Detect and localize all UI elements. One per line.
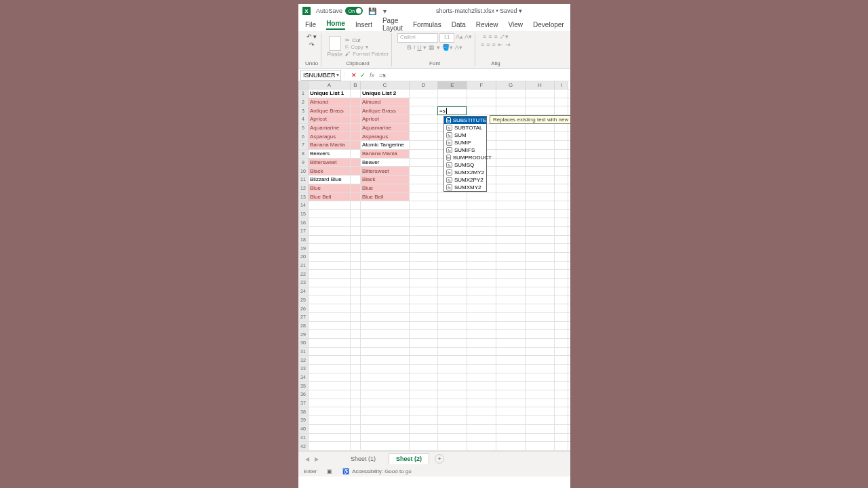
orientation-icon[interactable]: ⤢▾: [500, 33, 509, 40]
undo-icon[interactable]: ↶ ▾: [307, 33, 317, 40]
cell[interactable]: [361, 382, 410, 390]
cell[interactable]: [361, 304, 410, 312]
cell[interactable]: [496, 322, 526, 330]
cell[interactable]: [496, 382, 526, 390]
cell[interactable]: [438, 279, 467, 287]
cell[interactable]: [351, 210, 361, 218]
cell[interactable]: [467, 382, 496, 390]
cell[interactable]: [555, 287, 568, 296]
cell[interactable]: [361, 356, 410, 364]
cell[interactable]: [526, 348, 555, 356]
cell[interactable]: [555, 442, 568, 450]
cell[interactable]: [351, 287, 361, 296]
row-header[interactable]: 23: [298, 279, 309, 287]
row-header[interactable]: 8: [298, 150, 309, 158]
cell[interactable]: [555, 192, 568, 201]
autocomplete-item[interactable]: fxSUMX2MY2: [444, 169, 486, 176]
align-right-icon[interactable]: ≡: [492, 41, 496, 48]
cell[interactable]: [309, 201, 351, 209]
font-name-dropdown[interactable]: Calibri: [397, 33, 438, 43]
autocomplete-item[interactable]: fxSUMXMY2: [444, 184, 486, 191]
cell[interactable]: Banana Mania: [309, 141, 351, 149]
cell[interactable]: [467, 270, 496, 278]
row-header[interactable]: 15: [298, 210, 309, 218]
row-header[interactable]: 17: [298, 227, 309, 235]
cell[interactable]: [410, 425, 438, 433]
cell[interactable]: [438, 434, 467, 442]
cell[interactable]: [351, 236, 361, 244]
indent-dec-icon[interactable]: ⇤: [498, 41, 503, 48]
cell[interactable]: Apricot: [309, 115, 351, 123]
cell[interactable]: [555, 416, 568, 424]
cell[interactable]: [555, 150, 568, 158]
row-header[interactable]: 34: [298, 373, 309, 382]
cell[interactable]: [555, 407, 568, 415]
fill-color-button[interactable]: 🪣▾: [442, 44, 453, 51]
cell[interactable]: [496, 159, 526, 167]
row-header[interactable]: 3: [298, 106, 309, 115]
cell[interactable]: [351, 184, 361, 192]
row-header[interactable]: 35: [298, 382, 309, 390]
cell[interactable]: [438, 218, 467, 226]
cell[interactable]: [351, 253, 361, 261]
cell[interactable]: [361, 279, 410, 287]
cell[interactable]: [467, 322, 496, 330]
cell[interactable]: [467, 218, 496, 226]
cell[interactable]: [361, 416, 410, 424]
cell[interactable]: Blue: [361, 184, 410, 192]
cell[interactable]: [361, 390, 410, 399]
shrink-font-icon[interactable]: A▾: [465, 33, 472, 43]
cell[interactable]: [410, 304, 438, 312]
format-painter-button[interactable]: 🖌Format Painter: [345, 51, 389, 57]
cell[interactable]: [309, 407, 351, 415]
cell[interactable]: [438, 192, 467, 201]
cell[interactable]: [309, 270, 351, 278]
cell[interactable]: [526, 330, 555, 338]
next-sheet-icon[interactable]: ▶: [315, 456, 319, 462]
cell[interactable]: [526, 442, 555, 450]
cell[interactable]: [555, 262, 568, 270]
cell[interactable]: [361, 244, 410, 252]
cell[interactable]: [526, 373, 555, 382]
cell[interactable]: [467, 296, 496, 304]
cell[interactable]: [438, 382, 467, 390]
cell[interactable]: [351, 176, 361, 184]
tab-insert[interactable]: Insert: [355, 21, 372, 28]
cell[interactable]: [555, 218, 568, 226]
cell[interactable]: [496, 184, 526, 192]
cell[interactable]: [410, 124, 438, 132]
cell[interactable]: [467, 425, 496, 433]
cell[interactable]: [467, 287, 496, 296]
cell[interactable]: [526, 270, 555, 278]
cell[interactable]: [526, 399, 555, 407]
cell[interactable]: [361, 373, 410, 382]
cell[interactable]: [496, 227, 526, 235]
cell[interactable]: [361, 425, 410, 433]
cell[interactable]: [438, 236, 467, 244]
more-icon[interactable]: ▾: [383, 7, 387, 15]
cell[interactable]: [351, 407, 361, 415]
tab-developer[interactable]: Developer: [533, 21, 564, 28]
enter-formula-icon[interactable]: ✓: [360, 72, 366, 79]
cell[interactable]: [410, 330, 438, 338]
cell[interactable]: [361, 313, 410, 321]
cell[interactable]: Almond: [309, 98, 351, 106]
cell[interactable]: [410, 244, 438, 252]
cell[interactable]: [309, 390, 351, 399]
cell[interactable]: [351, 348, 361, 356]
cell[interactable]: [526, 150, 555, 158]
cell[interactable]: Aquamarine: [361, 124, 410, 132]
cell[interactable]: [526, 382, 555, 390]
row-header[interactable]: 22: [298, 270, 309, 278]
cell[interactable]: [496, 253, 526, 261]
cell[interactable]: [351, 330, 361, 338]
cell[interactable]: [555, 184, 568, 192]
cell[interactable]: [496, 287, 526, 296]
cell[interactable]: [496, 201, 526, 209]
cell[interactable]: [309, 365, 351, 373]
cell[interactable]: Blizzard Blue: [309, 176, 351, 184]
cell[interactable]: [351, 89, 361, 98]
cell[interactable]: [438, 425, 467, 433]
cell[interactable]: [555, 390, 568, 399]
cell[interactable]: [438, 287, 467, 296]
